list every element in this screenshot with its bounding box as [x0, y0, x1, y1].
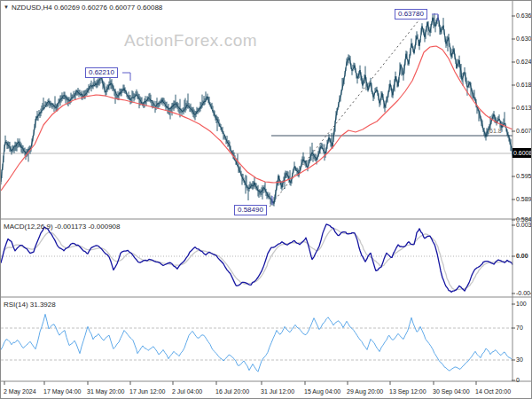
rsi-axis-label: 30: [516, 356, 523, 364]
fib-618-label: 61.8: [489, 128, 502, 134]
chart-window: ActionForex.com ▼NZDUSD,H4 0.60269 0.602…: [0, 0, 532, 399]
price-axis-label: 0.58990: [516, 196, 532, 203]
current-price-tag: 0.60088: [512, 148, 532, 158]
time-axis-label: 15 Aug 04:00: [304, 388, 340, 395]
swing-high1-connector: [122, 73, 130, 81]
macd-axis-label: 0.003993: [516, 222, 532, 229]
rsi-header: RSI(14) 31.3928: [4, 301, 56, 309]
macd-line: [1, 224, 512, 292]
rsi-line: [1, 314, 512, 372]
swing-high-label-0622[interactable]: 0.62210: [85, 67, 118, 78]
symbol-ohlc-text: NZDUSD,H4 0.60269 0.60276 0.60077 0.6008…: [12, 4, 162, 12]
macd-axis-label: 0.00: [516, 253, 528, 260]
rsi-axis-label: 70: [516, 325, 523, 332]
time-axis-label: 31 May 20:00: [87, 388, 124, 395]
price-candles-path: [1, 13, 512, 207]
macd-signal-line: [4, 229, 512, 290]
price-axis-label: 0.61315: [516, 105, 532, 112]
time-axis-label: 2 May 2024: [4, 388, 36, 395]
price-axis-label: 0.63055: [516, 35, 532, 43]
time-axis-label: 31 Jul 12:00: [261, 388, 294, 395]
time-axis-label: 30 Sep 04:00: [433, 388, 470, 395]
price-close-line: [1, 18, 512, 204]
price-axis-label: 0.63640: [516, 12, 532, 20]
ma-line: [1, 46, 512, 191]
rsi-axis-label: 0: [516, 377, 520, 384]
time-axis-label: 2 Jul 04:00: [172, 388, 202, 395]
time-axis-label: 17 May 04:00: [43, 388, 81, 395]
rsi-axis-label: 100: [516, 301, 527, 308]
macd-axis-label: -0.004406: [516, 290, 532, 297]
price-axis-label: 0.62470: [516, 59, 532, 66]
chart-canvas[interactable]: [1, 1, 532, 399]
swing-low-label-0584[interactable]: 0.58490: [234, 205, 267, 215]
price-axis-label: 0.60730: [516, 128, 532, 135]
time-axis-label: 13 Sep 12:00: [389, 388, 426, 395]
time-axis-label: 14 Oct 20:00: [475, 388, 511, 395]
time-axis-label: 29 Aug 20:00: [347, 388, 383, 395]
price-axis-label: 0.59560: [516, 173, 532, 180]
time-axis-label: 17 Jun 12:00: [129, 388, 165, 395]
time-axis-label: 16 Jul 20:00: [215, 388, 249, 395]
price-axis-label: 0.61885: [516, 82, 532, 89]
symbol-ohlc-header: ▼NZDUSD,H4 0.60269 0.60276 0.60077 0.600…: [4, 4, 162, 12]
swing-high-label-0637[interactable]: 0.63780: [395, 9, 427, 20]
symbol-dropdown-icon[interactable]: ▼: [4, 4, 9, 10]
macd-header: MACD(12,26,9) -0.001173 -0.000908: [4, 223, 121, 231]
